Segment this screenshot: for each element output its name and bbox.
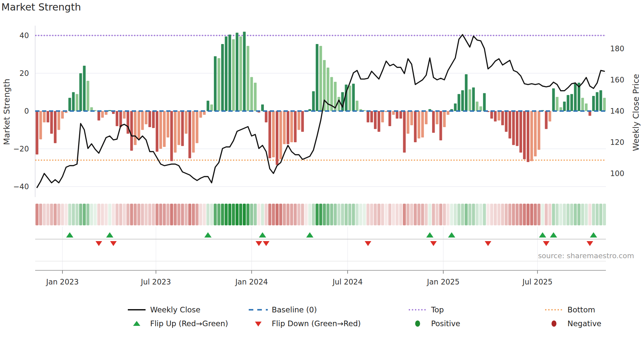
triangle-down-icon <box>248 319 268 328</box>
heatmap-cell <box>490 204 493 225</box>
bar <box>159 111 162 149</box>
heatmap-cell <box>516 204 518 225</box>
heatmap-cell <box>388 204 391 225</box>
bar <box>490 111 493 119</box>
heatmap-cell <box>177 204 180 225</box>
legend-item-weekly-close: Weekly Close <box>126 304 200 316</box>
heatmap-cell <box>155 204 158 225</box>
heatmap-cell <box>254 204 257 225</box>
bar <box>312 91 315 111</box>
heatmap-cell <box>152 204 155 225</box>
heatmap-cell <box>588 204 591 225</box>
bar <box>254 83 257 111</box>
heatmap-cell <box>574 204 577 225</box>
bar <box>592 96 595 111</box>
heatmap-cell <box>225 204 228 225</box>
bar <box>243 32 245 111</box>
bar <box>290 111 293 142</box>
heatmap-cell <box>79 204 82 225</box>
heatmap-cell <box>294 204 297 225</box>
heatmap-cell <box>137 204 140 225</box>
heatmap-cell <box>443 204 446 225</box>
bar <box>39 111 42 139</box>
heatmap-cell <box>417 204 420 225</box>
bar <box>177 111 180 145</box>
bar <box>349 85 351 111</box>
bar <box>196 111 198 143</box>
bar <box>225 36 227 111</box>
heatmap-cell <box>297 204 300 225</box>
bar <box>436 111 438 124</box>
marker-panel-layer <box>35 227 606 270</box>
heatmap-cell <box>101 204 104 225</box>
heatmap-cell <box>538 204 540 225</box>
heatmap-cell <box>268 204 271 225</box>
bar <box>367 111 369 123</box>
bar <box>421 111 424 138</box>
bar <box>58 111 60 130</box>
bar <box>527 111 529 162</box>
bar <box>319 46 322 111</box>
bar <box>218 58 220 111</box>
heatmap-cell <box>403 204 406 225</box>
flip-up-marker <box>306 232 313 238</box>
heatmap-cell <box>454 204 457 225</box>
bar <box>68 98 71 111</box>
bar <box>410 111 413 125</box>
bar <box>170 111 173 161</box>
tick-label: 160 <box>610 76 624 84</box>
heatmap-cell <box>312 204 315 225</box>
heatmap-cell <box>217 204 220 225</box>
tick-label: 120 <box>610 138 624 147</box>
heatmap-cell <box>90 204 93 225</box>
heatmap-cell <box>447 204 449 225</box>
heatmap-cell <box>287 204 289 225</box>
chart-canvas: Jan 2023Jul 2023Jan 2024Jul 2024Jan 2025… <box>0 0 644 296</box>
heatmap-cell <box>181 204 184 225</box>
heatmap-cell <box>487 204 490 225</box>
heatmap-cell <box>472 204 475 225</box>
heatmap-cell <box>359 204 362 225</box>
heatmap-cell <box>134 204 137 225</box>
heatmap-cell <box>494 204 497 225</box>
heatmap-cell <box>363 204 366 225</box>
heatmap-cell <box>257 204 260 225</box>
heatmap-cell <box>541 204 544 225</box>
heatmap-cell <box>68 204 71 225</box>
heatmap-cell <box>272 204 275 225</box>
bar <box>156 111 158 152</box>
bar <box>596 92 598 111</box>
heatmap-cell <box>366 204 369 225</box>
flip-down-marker <box>586 241 593 246</box>
bar <box>603 98 606 111</box>
heatmap-cell <box>319 204 322 225</box>
tick-label: 0 <box>24 107 29 115</box>
heatmap-cell <box>497 204 500 225</box>
heatmap-cell <box>305 204 308 225</box>
heatmap-cell <box>552 204 555 225</box>
heatmap-cell <box>348 204 351 225</box>
bar <box>497 111 500 121</box>
heatmap-cell <box>83 204 86 225</box>
bar <box>501 111 504 125</box>
flip-up-marker <box>426 232 433 238</box>
bar <box>232 39 235 111</box>
heatmap-cell <box>461 204 464 225</box>
heatmap-cell <box>46 204 49 225</box>
bar <box>418 111 420 138</box>
heatmap-cell <box>239 204 242 225</box>
legend-label: Bottom <box>567 305 595 314</box>
bar <box>461 90 464 111</box>
heatmap-cell <box>534 204 537 225</box>
bar <box>552 88 555 111</box>
bar <box>512 111 515 145</box>
heatmap-cell <box>428 204 431 225</box>
heatmap-cell <box>356 204 358 225</box>
heatmap-cell <box>188 204 191 225</box>
flip-up-marker <box>448 232 455 238</box>
heatmap-cell <box>192 204 195 225</box>
bar <box>36 111 38 154</box>
heatmap-cell <box>385 204 388 225</box>
heatmap-cell <box>432 204 435 225</box>
bar <box>279 111 282 159</box>
